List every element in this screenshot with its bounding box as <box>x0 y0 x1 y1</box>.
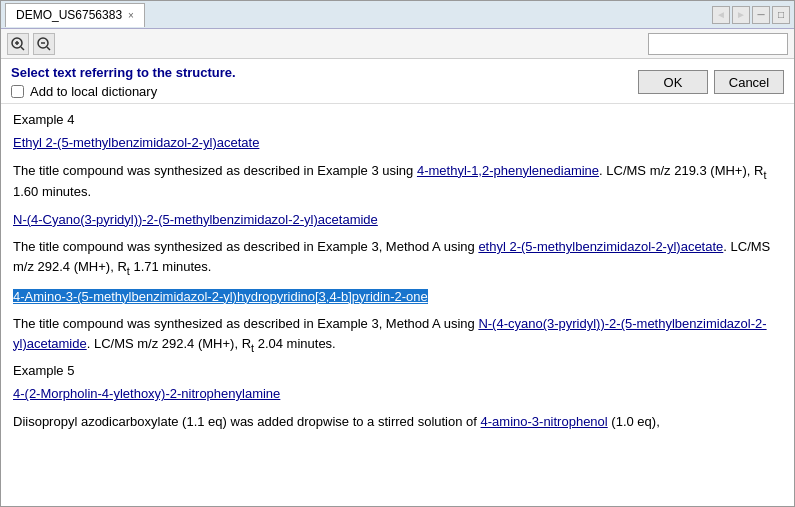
zoom-out-button[interactable] <box>33 33 55 55</box>
paragraph-4: Diisopropyl azodicarboxylate (1.1 eq) wa… <box>13 412 782 432</box>
example-4-heading: Example 4 <box>13 112 782 127</box>
compound2-link[interactable]: N-(4-Cyano(3-pyridyl))-2-(5-methylbenzim… <box>13 212 378 227</box>
forward-icon: ► <box>736 9 746 20</box>
zoom-out-icon <box>36 36 52 52</box>
example-4-section: Example 4 Ethyl 2-(5-methylbenzimidazol-… <box>13 112 782 355</box>
main-window: DEMO_US6756383 × ◄ ► ─ □ <box>0 0 795 507</box>
paragraph4-link[interactable]: 4-amino-3-nitrophenol <box>481 414 608 429</box>
content-area[interactable]: Example 4 Ethyl 2-(5-methylbenzimidazol-… <box>1 104 794 506</box>
paragraph2-text: The title compound was synthesized as de… <box>13 239 478 254</box>
add-to-dictionary-label: Add to local dictionary <box>30 84 157 99</box>
paragraph1-sub: t <box>763 168 766 180</box>
paragraph-2: The title compound was synthesized as de… <box>13 237 782 278</box>
tab-close-icon[interactable]: × <box>128 10 134 21</box>
back-icon: ◄ <box>716 9 726 20</box>
maximize-button[interactable]: □ <box>772 6 790 24</box>
paragraph4-start: Diisopropyl azodicarboxylate (1.1 eq) wa… <box>13 414 481 429</box>
paragraph3-rest: 2.04 minutes. <box>254 336 336 351</box>
back-button[interactable]: ◄ <box>712 6 730 24</box>
ok-cancel-area: OK Cancel <box>638 70 784 94</box>
paragraph4-end: (1.0 eq), <box>608 414 660 429</box>
title-bar: DEMO_US6756383 × ◄ ► ─ □ <box>1 1 794 29</box>
paragraph3-end: . LC/MS m/z 292.4 (MH+), R <box>87 336 251 351</box>
zoom-in-button[interactable] <box>7 33 29 55</box>
minimize-button[interactable]: ─ <box>752 6 770 24</box>
instruction-bar: Select text referring to the structure. … <box>1 59 794 104</box>
search-input[interactable] <box>648 33 788 55</box>
paragraph1-link[interactable]: 4-methyl-1,2-phenylenediamine <box>417 163 599 178</box>
compound3-link[interactable]: 4-Amino-3-(5-methylbenzimidazol-2-yl)hyd… <box>13 289 428 304</box>
example-5-section: Example 5 4-(2-Morpholin-4-ylethoxy)-2-n… <box>13 363 782 431</box>
tab-label: DEMO_US6756383 <box>16 8 122 22</box>
paragraph1-end: . LC/MS m/z 219.3 (MH+), R <box>599 163 763 178</box>
paragraph1-text: The title compound was synthesized as de… <box>13 163 417 178</box>
instruction-text: Select text referring to the structure. <box>11 65 236 80</box>
paragraph2-link[interactable]: ethyl 2-(5-methylbenzimidazol-2-yl)aceta… <box>478 239 723 254</box>
zoom-in-icon <box>10 36 26 52</box>
paragraph-1: The title compound was synthesized as de… <box>13 161 782 202</box>
example-5-heading: Example 5 <box>13 363 782 378</box>
ok-button[interactable]: OK <box>638 70 708 94</box>
paragraph3-text: The title compound was synthesized as de… <box>13 316 478 331</box>
document-tab[interactable]: DEMO_US6756383 × <box>5 3 145 27</box>
minimize-icon: ─ <box>757 9 764 20</box>
svg-line-3 <box>21 47 24 50</box>
compound4-link[interactable]: 4-(2-Morpholin-4-ylethoxy)-2-nitrophenyl… <box>13 386 280 401</box>
paragraph-3: The title compound was synthesized as de… <box>13 314 782 355</box>
maximize-icon: □ <box>778 9 784 20</box>
cancel-button[interactable]: Cancel <box>714 70 784 94</box>
svg-line-6 <box>47 47 50 50</box>
nav-arrows: ◄ ► ─ □ <box>712 6 790 24</box>
forward-button[interactable]: ► <box>732 6 750 24</box>
paragraph2-rest: 1.71 minutes. <box>130 259 212 274</box>
toolbar <box>1 29 794 59</box>
paragraph1-rest: 1.60 minutes. <box>13 184 91 199</box>
compound1-link[interactable]: Ethyl 2-(5-methylbenzimidazol-2-yl)aceta… <box>13 135 259 150</box>
add-to-dictionary-checkbox[interactable] <box>11 85 24 98</box>
